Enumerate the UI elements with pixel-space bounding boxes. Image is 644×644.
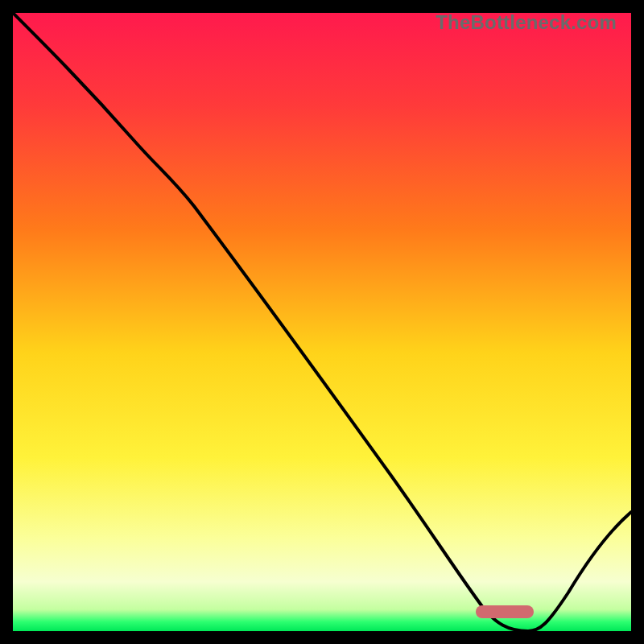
gradient-background <box>13 13 631 631</box>
chart-svg <box>13 13 631 631</box>
optimal-range-marker <box>476 605 534 618</box>
watermark-label: TheBottleneck.com <box>436 13 617 34</box>
chart-plot-area: TheBottleneck.com <box>13 13 631 631</box>
